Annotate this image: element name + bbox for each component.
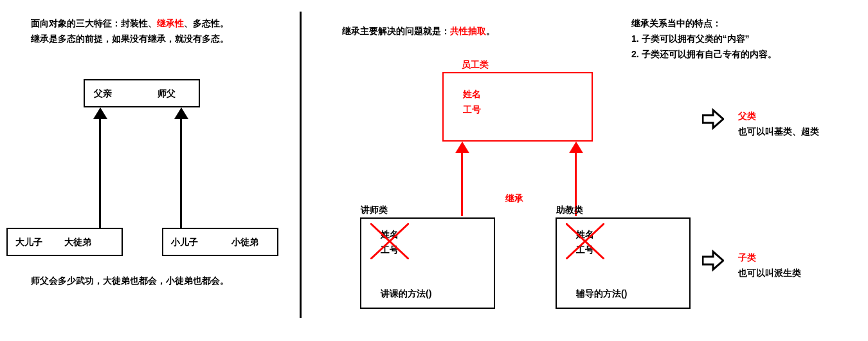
arrow-head-left bbox=[93, 107, 107, 119]
cross-assistant-icon bbox=[566, 223, 604, 259]
text-inherit-features-title: 继承关系当中的特点： bbox=[631, 18, 721, 30]
text-oop-features: 面向对象的三大特征：封装性、继承性、多态性。 bbox=[31, 18, 229, 30]
svg-marker-0 bbox=[93, 107, 107, 119]
label-father: 父亲 bbox=[94, 88, 112, 100]
text-inherit-feature-1: 1. 子类可以拥有父类的“内容” bbox=[631, 33, 750, 45]
label-younger-son: 小儿子 bbox=[171, 237, 198, 248]
arrow-shaft-left bbox=[99, 117, 101, 228]
svg-marker-2 bbox=[455, 142, 469, 153]
box-teacher: 姓名 工号 讲课的方法() bbox=[360, 217, 495, 309]
arrow-head-right bbox=[174, 107, 188, 119]
arrow-shaft-teacher bbox=[461, 152, 463, 216]
text-inherit-premise: 继承是多态的前提，如果没有继承，就没有多态。 bbox=[31, 33, 229, 45]
label-elder-apprentice: 大徒弟 bbox=[64, 237, 91, 248]
label-emp-name: 姓名 bbox=[463, 89, 481, 100]
text-master-skills: 师父会多少武功，大徒弟也都会，小徒弟也都会。 bbox=[31, 275, 229, 287]
label-teacher-class: 讲师类 bbox=[361, 205, 388, 216]
box-elder-son: 大儿子 大徒弟 bbox=[6, 228, 123, 256]
label-child-class: 子类 bbox=[738, 252, 756, 264]
label-child-aka: 也可以叫派生类 bbox=[738, 268, 801, 279]
box-younger-son: 小儿子 小徒弟 bbox=[162, 228, 278, 256]
arrow-head-assistant bbox=[569, 142, 583, 153]
label-inherit: 继承 bbox=[505, 193, 523, 205]
text-inherit-problem: 继承主要解决的问题就是：共性抽取。 bbox=[342, 26, 495, 37]
label-teacher-method: 讲课的方法() bbox=[381, 288, 431, 300]
box-employee: 姓名 工号 bbox=[442, 72, 593, 142]
label-master: 师父 bbox=[158, 88, 176, 100]
label-parent-aka: 也可以叫基类、超类 bbox=[738, 126, 819, 138]
arrow-head-teacher bbox=[455, 142, 469, 153]
cross-teacher-icon bbox=[370, 223, 409, 259]
label-elder-son: 大儿子 bbox=[15, 237, 42, 248]
box-parent: 父亲 师父 bbox=[84, 79, 200, 107]
arrow-right-child-icon bbox=[702, 250, 724, 272]
box-assistant: 姓名 工号 辅导的方法() bbox=[556, 217, 691, 309]
label-employee-class: 员工类 bbox=[462, 59, 489, 71]
arrow-shaft-right bbox=[180, 117, 182, 228]
svg-marker-1 bbox=[174, 107, 188, 119]
svg-marker-3 bbox=[569, 142, 583, 153]
label-parent-class: 父类 bbox=[738, 111, 756, 122]
label-emp-id: 工号 bbox=[463, 104, 481, 116]
arrow-right-parent-icon bbox=[702, 108, 724, 130]
label-younger-apprentice: 小徒弟 bbox=[231, 237, 258, 248]
label-assistant-method: 辅导的方法() bbox=[576, 288, 627, 300]
divider-line bbox=[300, 12, 302, 318]
label-assistant-class: 助教类 bbox=[556, 205, 583, 216]
text-inherit-feature-2: 2. 子类还可以拥有自己专有的内容。 bbox=[631, 49, 777, 60]
